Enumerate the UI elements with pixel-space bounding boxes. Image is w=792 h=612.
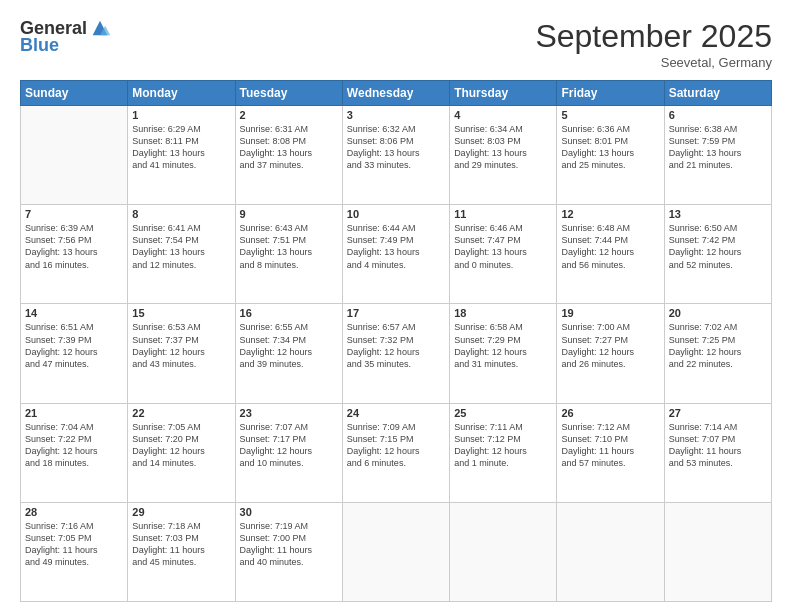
cell-info: Sunrise: 7:14 AM Sunset: 7:07 PM Dayligh… [669,421,767,470]
table-row: 20Sunrise: 7:02 AM Sunset: 7:25 PM Dayli… [664,304,771,403]
table-row: 19Sunrise: 7:00 AM Sunset: 7:27 PM Dayli… [557,304,664,403]
cell-date: 26 [561,407,659,419]
cell-info: Sunrise: 7:12 AM Sunset: 7:10 PM Dayligh… [561,421,659,470]
header-thursday: Thursday [450,81,557,106]
table-row: 28Sunrise: 7:16 AM Sunset: 7:05 PM Dayli… [21,502,128,601]
cell-info: Sunrise: 6:41 AM Sunset: 7:54 PM Dayligh… [132,222,230,271]
cell-date: 7 [25,208,123,220]
table-row: 7Sunrise: 6:39 AM Sunset: 7:56 PM Daylig… [21,205,128,304]
cell-info: Sunrise: 6:50 AM Sunset: 7:42 PM Dayligh… [669,222,767,271]
table-row [557,502,664,601]
cell-info: Sunrise: 7:04 AM Sunset: 7:22 PM Dayligh… [25,421,123,470]
table-row: 5Sunrise: 6:36 AM Sunset: 8:01 PM Daylig… [557,106,664,205]
table-row: 11Sunrise: 6:46 AM Sunset: 7:47 PM Dayli… [450,205,557,304]
header-tuesday: Tuesday [235,81,342,106]
cell-info: Sunrise: 6:43 AM Sunset: 7:51 PM Dayligh… [240,222,338,271]
table-row: 25Sunrise: 7:11 AM Sunset: 7:12 PM Dayli… [450,403,557,502]
table-row: 1Sunrise: 6:29 AM Sunset: 8:11 PM Daylig… [128,106,235,205]
calendar-week-row: 1Sunrise: 6:29 AM Sunset: 8:11 PM Daylig… [21,106,772,205]
table-row: 13Sunrise: 6:50 AM Sunset: 7:42 PM Dayli… [664,205,771,304]
logo-icon [89,17,111,39]
table-row [450,502,557,601]
table-row: 3Sunrise: 6:32 AM Sunset: 8:06 PM Daylig… [342,106,449,205]
table-row [21,106,128,205]
cell-info: Sunrise: 6:36 AM Sunset: 8:01 PM Dayligh… [561,123,659,172]
cell-info: Sunrise: 6:29 AM Sunset: 8:11 PM Dayligh… [132,123,230,172]
table-row: 24Sunrise: 7:09 AM Sunset: 7:15 PM Dayli… [342,403,449,502]
cell-info: Sunrise: 7:19 AM Sunset: 7:00 PM Dayligh… [240,520,338,569]
cell-info: Sunrise: 7:11 AM Sunset: 7:12 PM Dayligh… [454,421,552,470]
cell-date: 10 [347,208,445,220]
cell-info: Sunrise: 6:44 AM Sunset: 7:49 PM Dayligh… [347,222,445,271]
cell-date: 30 [240,506,338,518]
cell-info: Sunrise: 7:00 AM Sunset: 7:27 PM Dayligh… [561,321,659,370]
title-block: September 2025 Seevetal, Germany [535,18,772,70]
cell-date: 20 [669,307,767,319]
table-row: 14Sunrise: 6:51 AM Sunset: 7:39 PM Dayli… [21,304,128,403]
table-row: 27Sunrise: 7:14 AM Sunset: 7:07 PM Dayli… [664,403,771,502]
month-title: September 2025 [535,18,772,55]
cell-date: 18 [454,307,552,319]
cell-date: 29 [132,506,230,518]
cell-date: 27 [669,407,767,419]
cell-info: Sunrise: 6:39 AM Sunset: 7:56 PM Dayligh… [25,222,123,271]
cell-date: 23 [240,407,338,419]
cell-date: 14 [25,307,123,319]
table-row: 12Sunrise: 6:48 AM Sunset: 7:44 PM Dayli… [557,205,664,304]
table-row: 8Sunrise: 6:41 AM Sunset: 7:54 PM Daylig… [128,205,235,304]
calendar-table: Sunday Monday Tuesday Wednesday Thursday… [20,80,772,602]
header-sunday: Sunday [21,81,128,106]
table-row: 15Sunrise: 6:53 AM Sunset: 7:37 PM Dayli… [128,304,235,403]
cell-info: Sunrise: 6:55 AM Sunset: 7:34 PM Dayligh… [240,321,338,370]
cell-info: Sunrise: 6:46 AM Sunset: 7:47 PM Dayligh… [454,222,552,271]
cell-info: Sunrise: 6:53 AM Sunset: 7:37 PM Dayligh… [132,321,230,370]
cell-info: Sunrise: 7:05 AM Sunset: 7:20 PM Dayligh… [132,421,230,470]
table-row: 29Sunrise: 7:18 AM Sunset: 7:03 PM Dayli… [128,502,235,601]
table-row: 22Sunrise: 7:05 AM Sunset: 7:20 PM Dayli… [128,403,235,502]
cell-date: 17 [347,307,445,319]
table-row: 21Sunrise: 7:04 AM Sunset: 7:22 PM Dayli… [21,403,128,502]
calendar-week-row: 7Sunrise: 6:39 AM Sunset: 7:56 PM Daylig… [21,205,772,304]
table-row: 18Sunrise: 6:58 AM Sunset: 7:29 PM Dayli… [450,304,557,403]
cell-info: Sunrise: 7:16 AM Sunset: 7:05 PM Dayligh… [25,520,123,569]
cell-info: Sunrise: 6:31 AM Sunset: 8:08 PM Dayligh… [240,123,338,172]
logo: General Blue [20,18,111,56]
calendar-week-row: 14Sunrise: 6:51 AM Sunset: 7:39 PM Dayli… [21,304,772,403]
cell-date: 1 [132,109,230,121]
cell-date: 13 [669,208,767,220]
table-row: 26Sunrise: 7:12 AM Sunset: 7:10 PM Dayli… [557,403,664,502]
cell-info: Sunrise: 6:34 AM Sunset: 8:03 PM Dayligh… [454,123,552,172]
cell-info: Sunrise: 7:18 AM Sunset: 7:03 PM Dayligh… [132,520,230,569]
calendar-header-row: Sunday Monday Tuesday Wednesday Thursday… [21,81,772,106]
cell-info: Sunrise: 7:02 AM Sunset: 7:25 PM Dayligh… [669,321,767,370]
cell-info: Sunrise: 7:09 AM Sunset: 7:15 PM Dayligh… [347,421,445,470]
location: Seevetal, Germany [535,55,772,70]
table-row: 4Sunrise: 6:34 AM Sunset: 8:03 PM Daylig… [450,106,557,205]
table-row: 23Sunrise: 7:07 AM Sunset: 7:17 PM Dayli… [235,403,342,502]
cell-date: 12 [561,208,659,220]
cell-date: 6 [669,109,767,121]
cell-info: Sunrise: 6:51 AM Sunset: 7:39 PM Dayligh… [25,321,123,370]
cell-info: Sunrise: 6:32 AM Sunset: 8:06 PM Dayligh… [347,123,445,172]
calendar-week-row: 28Sunrise: 7:16 AM Sunset: 7:05 PM Dayli… [21,502,772,601]
header-wednesday: Wednesday [342,81,449,106]
cell-date: 2 [240,109,338,121]
cell-date: 16 [240,307,338,319]
table-row [342,502,449,601]
cell-date: 4 [454,109,552,121]
cell-date: 24 [347,407,445,419]
cell-info: Sunrise: 6:38 AM Sunset: 7:59 PM Dayligh… [669,123,767,172]
cell-info: Sunrise: 6:57 AM Sunset: 7:32 PM Dayligh… [347,321,445,370]
table-row: 30Sunrise: 7:19 AM Sunset: 7:00 PM Dayli… [235,502,342,601]
cell-date: 22 [132,407,230,419]
cell-date: 9 [240,208,338,220]
cell-date: 11 [454,208,552,220]
header-monday: Monday [128,81,235,106]
table-row: 9Sunrise: 6:43 AM Sunset: 7:51 PM Daylig… [235,205,342,304]
cell-date: 15 [132,307,230,319]
cell-date: 8 [132,208,230,220]
cell-date: 21 [25,407,123,419]
table-row: 16Sunrise: 6:55 AM Sunset: 7:34 PM Dayli… [235,304,342,403]
header-friday: Friday [557,81,664,106]
page: General Blue September 2025 Seevetal, Ge… [0,0,792,612]
